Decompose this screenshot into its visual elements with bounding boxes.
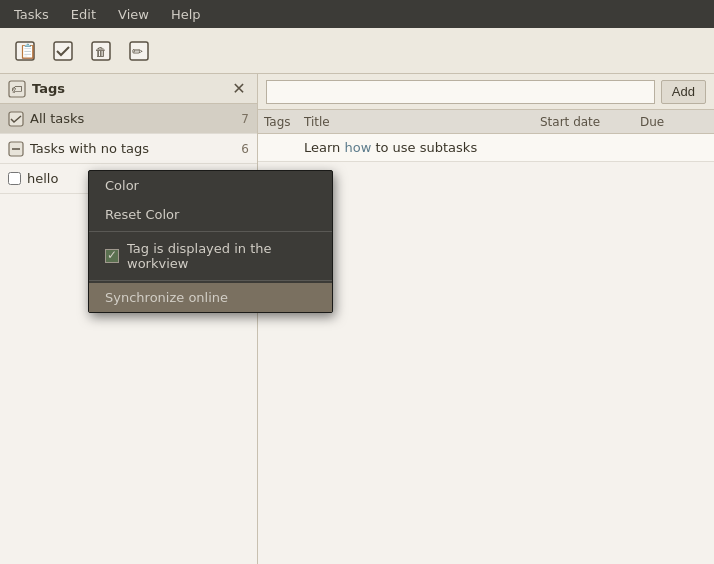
ctx-sync-online[interactable]: Synchronize online (89, 283, 332, 312)
menu-help[interactable]: Help (163, 5, 209, 24)
tags-title: Tags (32, 81, 229, 96)
ctx-workview[interactable]: Tag is displayed in the workview (89, 234, 332, 278)
search-bar: Add (258, 74, 714, 110)
ctx-color-label: Color (105, 178, 139, 193)
tags-header: 🏷 Tags ✕ (0, 74, 257, 104)
col-due-header: Due (634, 115, 714, 129)
no-tags-row[interactable]: Tasks with no tags 6 (0, 134, 257, 164)
no-tags-label: Tasks with no tags (30, 141, 241, 156)
tags-header-icon: 🏷 (8, 80, 26, 98)
search-input[interactable] (266, 80, 655, 104)
new-task-button[interactable]: 📋 (8, 34, 42, 68)
menu-view[interactable]: View (110, 5, 157, 24)
ctx-sync-label: Synchronize online (105, 290, 228, 305)
subtasks-link[interactable]: how (344, 140, 371, 155)
context-menu: Color Reset Color Tag is displayed in th… (88, 170, 333, 313)
main-layout: 🏷 Tags ✕ All tasks 7 Tasks with no tags … (0, 74, 714, 564)
toolbar: 📋 🗑 ✏ (0, 28, 714, 74)
svg-rect-2 (54, 42, 72, 60)
no-tags-count: 6 (241, 142, 249, 156)
edit-task-button[interactable]: ✏ (122, 34, 156, 68)
left-panel: 🏷 Tags ✕ All tasks 7 Tasks with no tags … (0, 74, 258, 564)
delete-task-button[interactable]: 🗑 (84, 34, 118, 68)
ctx-color[interactable]: Color (89, 171, 332, 200)
col-tags-header: Tags (258, 115, 298, 129)
complete-task-button[interactable] (46, 34, 80, 68)
tag-hello-checkbox[interactable] (8, 172, 21, 185)
svg-text:📋: 📋 (19, 43, 36, 60)
menu-tasks[interactable]: Tasks (6, 5, 57, 24)
menu-edit[interactable]: Edit (63, 5, 104, 24)
svg-text:✏: ✏ (132, 44, 143, 59)
add-button[interactable]: Add (661, 80, 706, 104)
no-tags-icon (8, 141, 24, 157)
all-tasks-row[interactable]: All tasks 7 (0, 104, 257, 134)
svg-text:🏷: 🏷 (11, 83, 22, 96)
menubar: Tasks Edit View Help (0, 0, 714, 28)
all-tasks-icon (8, 111, 24, 127)
all-tasks-count: 7 (241, 112, 249, 126)
ctx-workview-checkbox[interactable] (105, 249, 119, 263)
table-row[interactable]: Learn how to use subtasks (258, 134, 714, 162)
ctx-separator-2 (89, 280, 332, 281)
svg-text:🗑: 🗑 (95, 45, 107, 59)
ctx-separator (89, 231, 332, 232)
col-title-header: Title (298, 115, 534, 129)
col-start-header: Start date (534, 115, 634, 129)
ctx-reset-color-label: Reset Color (105, 207, 179, 222)
table-header: Tags Title Start date Due (258, 110, 714, 134)
tags-close-button[interactable]: ✕ (229, 79, 249, 99)
ctx-reset-color[interactable]: Reset Color (89, 200, 332, 229)
ctx-workview-label: Tag is displayed in the workview (127, 241, 316, 271)
right-panel: Add Tags Title Start date Due Learn how … (258, 74, 714, 564)
cell-title: Learn how to use subtasks (298, 140, 534, 155)
all-tasks-label: All tasks (30, 111, 241, 126)
